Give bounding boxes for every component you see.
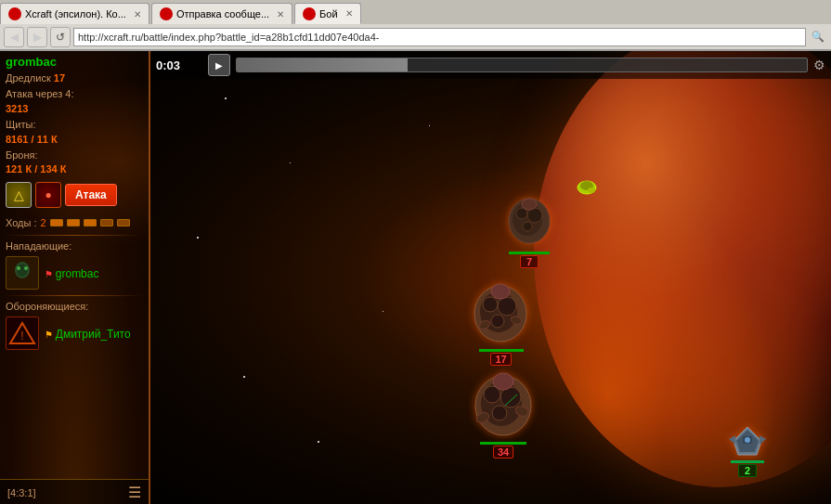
ability-icon-1[interactable]: △: [6, 182, 32, 208]
ability-icon-2[interactable]: ●: [35, 182, 61, 208]
ability-row: △ ● Атака: [6, 182, 143, 208]
ship-1: 7: [501, 186, 557, 268]
move-pip-5: [117, 219, 130, 226]
star-1: [225, 97, 227, 99]
battle-ratio: [4:3:1]: [7, 487, 36, 498]
svg-point-31: [588, 187, 595, 193]
star-5: [243, 376, 245, 378]
svg-point-35: [745, 437, 750, 443]
defender-info: ⚑ Дмитрий_Тито: [45, 325, 131, 342]
svg-marker-36: [729, 435, 735, 445]
defender-name[interactable]: Дмитрий_Тито: [56, 328, 131, 341]
play-button[interactable]: ▶: [208, 54, 230, 76]
shield-value: 8161 / 11 К: [6, 134, 58, 145]
tab-label-xcraft: Xcraft (эпсилон). Ко...: [25, 8, 126, 19]
tab-favicon-message: [160, 7, 173, 20]
ship-3-count: 34: [493, 446, 513, 459]
tab-xcraft[interactable]: Xcraft (эпсилон). Ко... ✕: [0, 3, 149, 24]
attacker-avatar: [6, 256, 39, 290]
defender-row: ! ⚑ Дмитрий_Тито: [0, 314, 149, 353]
armor-stat: Броня: 121 К / 134 К: [0, 148, 149, 178]
tab-close-message[interactable]: ✕: [277, 9, 284, 19]
ship-4-hp-bar: [731, 460, 764, 463]
attacker-name[interactable]: grombac: [56, 267, 99, 280]
move-pip-1: [50, 219, 63, 226]
attack-section: △ ● Атака: [0, 178, 149, 215]
tab-label-battle: Бой: [319, 8, 337, 19]
back-button[interactable]: ◀: [4, 27, 24, 47]
ship-4-sprite: [724, 422, 771, 459]
star-2: [290, 162, 291, 163]
attack-label: Атака через 4:: [6, 88, 73, 99]
move-pip-2: [67, 219, 80, 226]
player-name[interactable]: grombac: [0, 51, 149, 71]
ship-3: 34: [466, 357, 540, 459]
tab-battle[interactable]: Бой ✕: [294, 3, 360, 24]
refresh-button[interactable]: ↺: [50, 27, 71, 47]
shield-label: Щиты:: [6, 119, 35, 130]
defender-avatar-img: !: [8, 319, 36, 347]
svg-point-25: [493, 373, 513, 390]
defender-avatar: !: [6, 317, 39, 350]
moves-row: Ходы : 2: [0, 215, 149, 232]
attacker-avatar-img: [8, 259, 36, 287]
progress-fill: [237, 58, 408, 71]
ship-4: 2: [724, 422, 771, 477]
timer-settings-icon[interactable]: ⚙: [813, 58, 825, 72]
browser-chrome: Xcraft (эпсилон). Ко... ✕ Отправка сообщ…: [0, 0, 831, 51]
svg-point-1: [17, 264, 28, 277]
timer-display: 0:03: [156, 58, 202, 72]
shield-stat: Щиты: 8161 / 11 К: [0, 117, 149, 148]
search-icon[interactable]: 🔍: [809, 28, 827, 46]
divider-2: [6, 295, 143, 296]
small-ship-top-sprite: [573, 176, 601, 200]
attacker-flag: ⚑: [45, 269, 56, 279]
attack-value: 3213: [6, 103, 28, 114]
tab-favicon-xcraft: [8, 7, 21, 20]
ship-level: 17: [54, 72, 65, 84]
attacker-row: ⚑ grombac: [0, 253, 149, 292]
divider-1: [6, 235, 143, 236]
svg-point-17: [491, 284, 510, 299]
main-content: grombac Дредлиск 17 Атака через 4: 3213 …: [0, 51, 831, 504]
tab-label-message: Отправка сообще...: [176, 8, 269, 19]
svg-point-24: [492, 406, 507, 420]
svg-point-16: [491, 315, 504, 328]
ship-2-hp-bar: [479, 349, 524, 352]
small-ship-top: [573, 176, 601, 203]
tab-message[interactable]: Отправка сообще... ✕: [151, 3, 292, 24]
svg-text:!: !: [20, 330, 23, 342]
ship-2-sprite: [466, 269, 536, 348]
tab-close-xcraft[interactable]: ✕: [134, 9, 141, 19]
ship-1-hp-bar: [509, 252, 550, 254]
ship-3-hp-bar: [480, 442, 526, 445]
moves-value: 2: [41, 217, 46, 228]
ship-stat: Дредлиск 17: [0, 71, 149, 86]
svg-point-10: [523, 222, 532, 231]
attack-timing: Атака через 4: 3213: [0, 86, 149, 117]
svg-point-11: [522, 199, 537, 210]
moves-label: Ходы :: [6, 217, 37, 228]
star-6: [383, 311, 383, 312]
ship-1-sprite: [501, 186, 557, 251]
menu-icon[interactable]: ☰: [128, 484, 141, 501]
move-pip-4: [100, 219, 113, 226]
defenders-label: Обороняющиеся:: [0, 299, 149, 314]
star-4: [429, 125, 430, 126]
url-bar[interactable]: [73, 28, 806, 46]
sidebar-bottom: [4:3:1] ☰: [0, 479, 149, 504]
star-3: [197, 237, 199, 239]
ship-4-count: 2: [738, 464, 757, 477]
attack-button[interactable]: Атака: [65, 184, 117, 206]
sidebar-content: grombac Дредлиск 17 Атака через 4: 3213 …: [0, 51, 149, 353]
sidebar: grombac Дредлиск 17 Атака через 4: 3213 …: [0, 51, 150, 504]
tab-close-battle[interactable]: ✕: [345, 8, 353, 19]
forward-button[interactable]: ▶: [27, 27, 47, 47]
ship-name: Дредлиск: [6, 72, 51, 84]
svg-point-3: [24, 266, 28, 270]
armor-label: Броня:: [6, 149, 38, 161]
svg-point-14: [483, 297, 498, 312]
nav-bar: ◀ ▶ ↺ 🔍: [0, 24, 831, 50]
svg-point-15: [498, 297, 516, 316]
ship-1-count: 7: [520, 255, 539, 268]
